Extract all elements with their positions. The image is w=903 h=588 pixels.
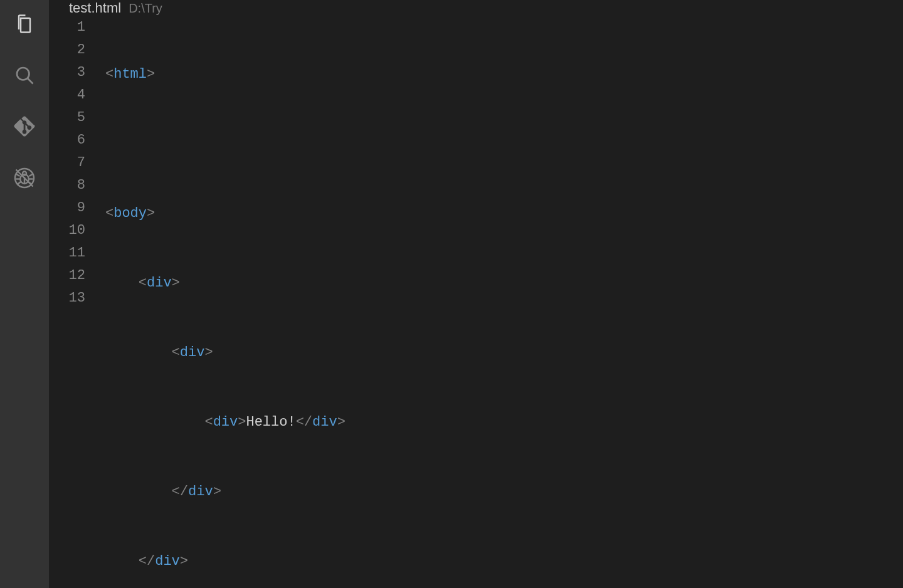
code-line[interactable]: <div>Hello!</div> [105, 411, 903, 434]
code-line[interactable]: </div> [105, 481, 903, 503]
line-number: 4 [49, 84, 85, 107]
code-line[interactable]: <html> [105, 63, 903, 86]
line-number: 1 [49, 16, 85, 39]
line-number: 7 [49, 152, 85, 174]
search-icon[interactable] [12, 63, 37, 88]
editor-tab[interactable]: test.html D:\Try [49, 0, 903, 16]
activity-bar [0, 0, 49, 588]
line-number: 10 [49, 219, 85, 242]
svg-line-9 [29, 174, 33, 176]
svg-line-1 [28, 78, 33, 83]
code-line[interactable] [105, 133, 903, 155]
svg-point-0 [17, 68, 29, 80]
line-number: 13 [49, 287, 85, 310]
code-line[interactable]: </div> [105, 550, 903, 573]
debug-icon[interactable] [12, 165, 37, 191]
git-icon[interactable] [12, 114, 37, 139]
code-content[interactable]: <html> <body> <div> <div> <div>Hello!</d… [105, 16, 903, 588]
line-number: 11 [49, 242, 85, 265]
line-number: 8 [49, 174, 85, 197]
tab-path: D:\Try [129, 1, 162, 16]
code-editor[interactable]: 1 2 3 4 5 6 7 8 9 10 11 12 13 <html> <bo… [49, 16, 903, 588]
code-line[interactable]: <div> [105, 342, 903, 364]
svg-line-6 [16, 174, 19, 176]
line-number: 12 [49, 265, 85, 287]
line-number: 9 [49, 197, 85, 219]
code-line[interactable]: <div> [105, 272, 903, 295]
line-number: 5 [49, 107, 85, 129]
code-line[interactable]: <body> [105, 202, 903, 225]
line-number: 6 [49, 129, 85, 152]
line-number: 3 [49, 61, 85, 84]
tab-filename: test.html [69, 0, 121, 16]
line-number-gutter: 1 2 3 4 5 6 7 8 9 10 11 12 13 [49, 16, 105, 588]
files-icon[interactable] [12, 11, 37, 36]
line-number: 2 [49, 39, 85, 61]
editor-area: test.html D:\Try 1 2 3 4 5 6 7 8 9 10 11… [49, 0, 903, 588]
svg-point-4 [23, 172, 26, 176]
